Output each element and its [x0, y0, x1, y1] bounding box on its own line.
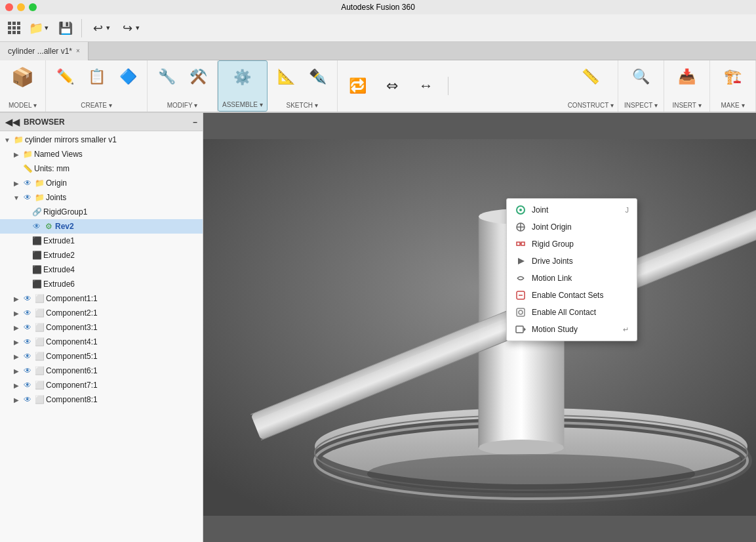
insert-button[interactable]: 📥 — [672, 63, 702, 91]
ribbon-section-construct: 📏 CONSTRUCT ▾ — [564, 60, 618, 112]
tree-item-extrude2[interactable]: ⬛ Extrude2 — [0, 248, 203, 262]
sketch-label: SKETCH ▾ — [287, 99, 318, 109]
file-button[interactable]: 📁 ▾ — [26, 20, 52, 37]
tree-item-origin[interactable]: ▶ 👁 📁 Origin — [0, 176, 203, 190]
tree-item-comp1[interactable]: ▶ 👁 ⬜ Component1:1 — [0, 291, 203, 306]
rigid-group-icon — [515, 238, 527, 250]
menu-item-joint[interactable]: Joint J — [507, 201, 637, 219]
tree-item-comp8[interactable]: ▶ 👁 ⬜ Component8:1 — [0, 392, 203, 407]
make-label: MAKE ▾ — [721, 99, 744, 109]
modify-btn-1[interactable]: 🔧 — [151, 63, 182, 91]
inspect-button[interactable]: 🔍 — [626, 63, 656, 91]
extrude4-icon: ⬛ — [31, 264, 42, 275]
tree-item-comp3[interactable]: ▶ 👁 ⬜ Component3:1 — [0, 320, 203, 335]
model-button[interactable]: 📦 — [8, 63, 38, 91]
assemble-button[interactable]: ⚙️ — [228, 64, 258, 91]
menu-item-motion-study[interactable]: Motion Study ↵ — [507, 321, 637, 338]
enable-all-contact-label: Enable All Contact — [532, 308, 629, 317]
enable-contact-sets-icon — [515, 289, 527, 301]
model-label: MODEL ▾ — [9, 99, 37, 109]
arrow-comp5: ▶ — [12, 352, 21, 361]
document-tab[interactable]: cylinder ...aller v1* × — [0, 42, 89, 60]
comp3-eye: 👁 — [22, 322, 33, 333]
extrude1-icon: ⬛ — [31, 236, 42, 246]
joints-folder-icon: 📁 — [34, 192, 45, 203]
close-button[interactable] — [5, 3, 13, 11]
menu-item-joint-origin[interactable]: Joint Origin — [507, 219, 637, 236]
joints-label: Joints — [46, 193, 66, 202]
arrow-named-views: ▶ — [12, 150, 21, 159]
ribbon-tool-3[interactable]: ↔ — [411, 72, 441, 100]
arrow-rev2 — [21, 222, 30, 231]
ribbon-section-modify: 🔧 ⚒️ MODIFY ▾ — [148, 60, 218, 112]
tree-item-named-views[interactable]: ▶ 📁 Named Views — [0, 147, 203, 161]
arrow-origin: ▶ — [12, 178, 21, 188]
arrow-comp2: ▶ — [12, 308, 21, 318]
origin-folder-icon: 📁 — [34, 178, 45, 188]
menu-item-enable-contact-sets[interactable]: Enable Contact Sets — [507, 287, 637, 304]
sketch-btn-1[interactable]: 📐 — [271, 63, 302, 91]
maximize-button[interactable] — [29, 3, 37, 11]
viewport[interactable]: Joint J Joint Origin Rig — [203, 113, 756, 542]
joint-label: Joint — [532, 205, 620, 215]
modify-btn-2[interactable]: ⚒️ — [183, 63, 213, 91]
svg-rect-26 — [517, 242, 520, 245]
tree-root-item[interactable]: ▼ 📁 cylinder mirrors smaller v1 — [0, 133, 203, 147]
tree-item-extrude6[interactable]: ⬛ Extrude6 — [0, 277, 203, 291]
arrow-comp6: ▶ — [12, 366, 21, 375]
tab-close-button[interactable]: × — [76, 47, 80, 54]
menu-item-rigid-group[interactable]: Rigid Group — [507, 236, 637, 253]
joint-origin-label: Joint Origin — [532, 222, 629, 232]
joints-eye-icon: 👁 — [22, 192, 33, 203]
ribbon-section-create: ✏️ 📋 🔷 CREATE ▾ — [46, 60, 148, 112]
sketch-btn-2[interactable]: ✒️ — [303, 63, 333, 91]
tree-item-extrude1[interactable]: ⬛ Extrude1 — [0, 234, 203, 248]
comp3-icon: ⬜ — [34, 322, 45, 333]
browser-collapse[interactable]: – — [193, 117, 197, 127]
motion-link-label: Motion Link — [532, 274, 629, 283]
tree-item-comp2[interactable]: ▶ 👁 ⬜ Component2:1 — [0, 306, 203, 320]
create-btn-2[interactable]: 📋 — [81, 63, 111, 91]
arrow-units — [12, 164, 21, 173]
tree-item-comp7[interactable]: ▶ 👁 ⬜ Component7:1 — [0, 378, 203, 392]
arrow-joints: ▼ — [12, 193, 21, 202]
undo-button[interactable]: ↩ ▾ — [87, 20, 114, 37]
tree-item-rev2[interactable]: 👁 ⚙ Rev2 — [0, 219, 203, 234]
joint-shortcut: J — [626, 206, 629, 214]
ribbon-tool-2[interactable]: ⇔ — [377, 72, 407, 100]
svg-rect-34 — [516, 326, 523, 333]
enable-all-contact-icon — [515, 306, 527, 318]
tree-item-units[interactable]: 📏 Units: mm — [0, 161, 203, 176]
arrow-extrude6 — [21, 280, 30, 289]
create-btn-1[interactable]: ✏️ — [50, 63, 80, 91]
svg-point-20 — [367, 454, 695, 493]
minimize-button[interactable] — [17, 3, 25, 11]
motion-study-label: Motion Study — [532, 325, 618, 334]
modify-label: MODIFY ▾ — [167, 99, 197, 109]
tree-item-comp5[interactable]: ▶ 👁 ⬜ Component5:1 — [0, 349, 203, 364]
save-button[interactable]: 💾 — [55, 20, 76, 37]
comp3-label: Component3:1 — [46, 323, 98, 332]
tree-item-joints[interactable]: ▼ 👁 📁 Joints — [0, 190, 203, 205]
root-icon: 📁 — [13, 135, 24, 145]
create-btn-3[interactable]: 🔷 — [113, 63, 143, 91]
arrow-comp3: ▶ — [12, 323, 21, 332]
construct-label: CONSTRUCT ▾ — [568, 99, 614, 109]
assemble-label: ASSEMBLE ▾ — [222, 98, 263, 108]
menu-item-motion-link[interactable]: Motion Link — [507, 270, 637, 287]
construct-button[interactable]: 📏 — [576, 63, 606, 91]
tree-item-comp6[interactable]: ▶ 👁 ⬜ Component6:1 — [0, 364, 203, 378]
joint-icon — [515, 204, 527, 216]
menu-item-drive-joints[interactable]: Drive Joints — [507, 253, 637, 270]
tree-item-rigidgroup1[interactable]: 🔗 RigidGroup1 — [0, 205, 203, 219]
tree-item-extrude4[interactable]: ⬛ Extrude4 — [0, 262, 203, 277]
named-views-label: Named Views — [34, 150, 83, 159]
menu-item-enable-all-contact[interactable]: Enable All Contact — [507, 304, 637, 321]
grid-icon[interactable] — [5, 20, 23, 35]
extrude1-label: Extrude1 — [43, 236, 75, 245]
tree-item-comp4[interactable]: ▶ 👁 ⬜ Component4:1 — [0, 335, 203, 349]
redo-button[interactable]: ↪ ▾ — [117, 20, 144, 37]
ribbon-tool-1[interactable]: 🔁 — [343, 72, 373, 100]
arrow-rigidgroup1 — [21, 207, 30, 217]
make-button[interactable]: 🏗️ — [718, 63, 748, 91]
